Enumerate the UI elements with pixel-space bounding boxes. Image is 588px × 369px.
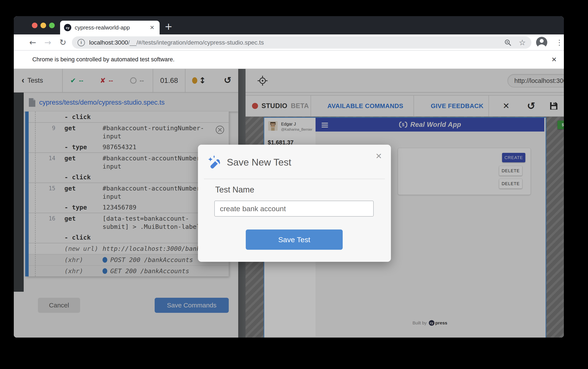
rwa-user-handle: @Katharina_Bernier	[281, 128, 312, 132]
available-commands-link[interactable]: AVAILABLE COMMANDS	[327, 96, 403, 116]
failed-count: ✘ --	[100, 69, 113, 92]
command-message: GET 200 /bankAccounts	[103, 267, 210, 275]
zoom-icon[interactable]	[504, 39, 512, 46]
hamburger-menu-icon[interactable]	[321, 122, 328, 129]
forward-icon[interactable]: →	[44, 34, 51, 51]
scroll-arrows-icon: ↕	[199, 76, 206, 85]
chevron-left-icon: ‹	[21, 76, 24, 84]
reporter-toolbar: ‹ Tests ✔ -- ✘ -- -- 01.68	[14, 69, 238, 92]
command-line-number: 16	[29, 215, 61, 223]
studio-beta-badge: BETA	[291, 102, 309, 110]
profile-avatar-icon[interactable]	[536, 37, 547, 48]
command-line-number: 14	[29, 154, 61, 162]
command-message: POST 200 /bankAccounts	[103, 256, 210, 264]
command-method: - click	[61, 233, 103, 242]
divider	[62, 69, 63, 92]
cypress-favicon: cy	[64, 24, 71, 31]
studio-toolbar: STUDIO BETA AVAILABLE COMMANDS GIVE FEED…	[246, 95, 564, 117]
give-feedback-link[interactable]: GIVE FEEDBACK	[431, 96, 484, 116]
rwa-user-name: Edgar J	[281, 122, 296, 127]
command-line-number: 9	[29, 124, 61, 132]
rwa-delete-button[interactable]: DELETE	[499, 166, 522, 176]
record-dot-icon	[252, 103, 258, 109]
command-message: 987654321	[103, 143, 210, 151]
command-method: get	[61, 215, 103, 223]
command-message: [data-test=bankaccount-submit] > .MuiBut…	[103, 215, 210, 231]
browser-titlebar: cy cypress-realworld-app ✕ +	[14, 16, 564, 34]
command-message: #bankaccount-accountNumber-input	[103, 154, 210, 171]
maximize-window-button[interactable]	[49, 23, 55, 28]
command-method: (xhr)	[61, 267, 103, 275]
tab-close-icon[interactable]: ✕	[148, 24, 156, 31]
command-line-number: 15	[29, 184, 61, 193]
page-info-icon[interactable]: i	[78, 39, 85, 46]
rwa-footer: Built by cy press	[316, 320, 544, 326]
back-icon[interactable]: ←	[29, 34, 36, 51]
command-row[interactable]: (xhr) GET 200 /bankAccounts	[29, 265, 229, 277]
file-icon	[28, 98, 35, 107]
save-test-button[interactable]: Save Test	[246, 229, 343, 250]
command-message: #bankaccount-routingNumber-input	[103, 124, 210, 140]
close-window-button[interactable]	[32, 23, 38, 28]
studio-save-icon[interactable]	[546, 96, 561, 116]
x-mark-icon: ✘	[100, 76, 106, 85]
bookmark-star-icon[interactable]: ☆	[519, 38, 526, 47]
command-message: 123456789	[103, 203, 210, 211]
new-tab-button[interactable]: +	[165, 22, 173, 31]
divider	[185, 69, 186, 92]
test-name-input[interactable]	[214, 201, 374, 216]
url-path: /__/#/tests/integration/demo/cypress-stu…	[128, 39, 264, 46]
rwa-app-title: Real World App	[410, 121, 461, 129]
command-method: get	[61, 124, 103, 132]
command-method: get	[61, 154, 103, 162]
xhr-status-dot	[103, 268, 107, 274]
automation-banner-text: Chrome is being controlled by automated …	[32, 51, 175, 69]
recording-dot-icon	[192, 77, 197, 84]
save-commands-button[interactable]: Save Commands	[155, 298, 229, 313]
check-icon: ✔	[70, 76, 76, 85]
banner-close-icon[interactable]: ✕	[551, 51, 557, 69]
command-row[interactable]: - click	[29, 112, 229, 122]
reload-icon[interactable]: ↻	[60, 34, 66, 51]
rwa-create-button[interactable]: CREATE	[502, 153, 525, 162]
divider	[413, 96, 414, 116]
spec-header: cypress/tests/demo/cypress-studio.spec.t…	[24, 93, 238, 112]
command-method: - click	[61, 173, 103, 181]
divider	[310, 96, 311, 116]
command-message: #bankaccount-accountNumber-input	[103, 184, 210, 201]
minimize-window-button[interactable]	[41, 23, 46, 28]
automation-banner: Chrome is being controlled by automated …	[14, 51, 564, 69]
menu-kebab-icon[interactable]: ⋮	[556, 34, 563, 51]
back-to-tests-label: Tests	[27, 77, 43, 84]
command-method: - type	[61, 203, 103, 211]
command-method: (new url)	[61, 245, 103, 253]
rwa-delete-button[interactable]: DELETE	[499, 179, 522, 189]
selector-playground-icon[interactable]	[257, 75, 268, 86]
back-to-tests-button[interactable]: ‹ Tests	[21, 69, 43, 92]
spec-file-link[interactable]: cypress/tests/demo/cypress-studio.spec.t…	[39, 99, 165, 106]
magic-wand-icon	[207, 154, 224, 172]
studio-close-icon[interactable]: ✕	[495, 96, 517, 116]
restart-tests-icon[interactable]: ↺	[224, 69, 231, 92]
cancel-button[interactable]: Cancel	[38, 298, 80, 313]
remove-command-icon[interactable]	[215, 125, 224, 135]
command-method: - type	[61, 143, 103, 151]
studio-undo-icon[interactable]: ↺	[520, 96, 542, 116]
auto-scroll-toggle[interactable]: ↕	[192, 69, 206, 92]
aut-toolbar: http://localhost:3000/bankaccounts 1280 …	[246, 69, 564, 92]
rwa-new-transaction-button[interactable]: $ NEW	[557, 121, 564, 129]
browser-tab[interactable]: cy cypress-realworld-app ✕	[60, 21, 160, 34]
save-new-test-modal: Save New Test ✕ Test Name Save Test	[198, 145, 391, 262]
divider	[488, 96, 489, 116]
modal-close-icon[interactable]: ✕	[375, 152, 382, 161]
passed-count: ✔ --	[70, 69, 83, 92]
test-name-label: Test Name	[215, 185, 254, 195]
rwa-logo-icon: $	[399, 122, 408, 128]
address-bar[interactable]: i localhost:3000/__/#/tests/integration/…	[72, 36, 531, 49]
command-method: - click	[61, 113, 103, 121]
tab-title: cypress-realworld-app	[75, 24, 148, 31]
svg-text:$: $	[402, 122, 404, 127]
command-row[interactable]: 9 get #bankaccount-routingNumber-input	[29, 122, 229, 142]
aut-url-input[interactable]: http://localhost:3000/bankaccounts	[507, 74, 564, 87]
cypress-brand-label: press	[435, 320, 447, 326]
